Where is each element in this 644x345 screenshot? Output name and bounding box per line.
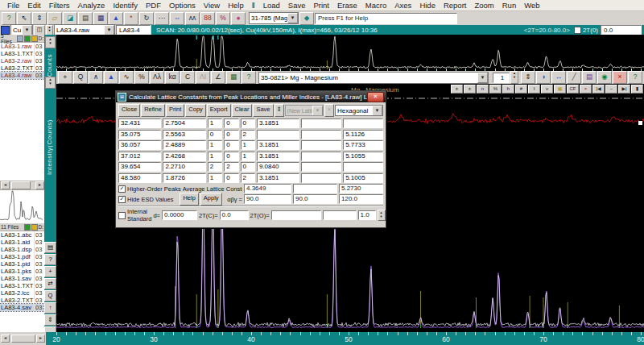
menu-report[interactable]: Report (440, 1, 471, 10)
file-list-item[interactable]: LA83-2.TXT03 (0, 64, 44, 72)
print-button[interactable]: Print (166, 104, 184, 117)
d-field[interactable]: 0.0000 (162, 210, 197, 220)
file-list-item[interactable]: LA83-2.TXT03 (0, 297, 43, 304)
beta-field[interactable]: 90.0 (293, 194, 337, 204)
copy-button[interactable]: Copy (185, 104, 206, 117)
file-list-item[interactable]: LA83-1.sav03 (0, 275, 43, 282)
a-const-cell[interactable]: 3.1851 (257, 140, 299, 150)
index-spinner[interactable]: ▲▼ (510, 71, 518, 84)
peaks-icon[interactable]: ▲ (109, 12, 123, 25)
l-cell[interactable]: 0 (241, 162, 255, 172)
peak-option-sym8-button[interactable]: ▦ (554, 85, 566, 94)
menu-file[interactable]: File (3, 1, 23, 10)
two-theta-cell[interactable]: 39.654 (118, 162, 161, 172)
close-red-icon[interactable]: × (613, 71, 627, 84)
menu-help[interactable]: Help (224, 1, 248, 10)
menu-web[interactable]: Web (520, 1, 543, 10)
d-spacing-cell[interactable]: 2.7504 (163, 118, 205, 128)
d-spacing-cell[interactable]: 1.8726 (163, 173, 205, 183)
lattice-record-combobox[interactable]: (New Lattice Calcula ▼ (285, 105, 324, 116)
grayed-peak-icon[interactable]: ΛI (196, 71, 210, 84)
h-cell[interactable]: 1 (208, 140, 222, 150)
peak-option-I-button[interactable]: I (528, 85, 540, 94)
delete-record-icon[interactable]: × (324, 104, 334, 117)
file-list-item[interactable]: LA83-1.dsp03 (0, 246, 43, 253)
gamma-field[interactable]: 120.0 (339, 194, 383, 204)
track-cursor-icon[interactable]: ⌖ (58, 71, 72, 84)
h-cell[interactable]: 1 (208, 152, 222, 161)
bottom-file-list-header[interactable]: 11 Files D: (0, 223, 44, 231)
image-icon[interactable]: ▦ (93, 12, 108, 25)
c-const-cell[interactable]: 5.7733 (343, 140, 383, 150)
menu-options[interactable]: Options (165, 1, 200, 10)
peak-option-sym1-button[interactable]: ± (464, 85, 476, 94)
zoom-strip-icon[interactable]: Q (44, 290, 56, 301)
k-cell[interactable]: 0 (224, 173, 238, 183)
h-cell[interactable]: 0 (208, 130, 222, 139)
c-const-cell[interactable]: 5.1055 (343, 152, 383, 161)
b-const-cell[interactable] (301, 118, 341, 128)
peaks-blue-icon[interactable]: ▲ (104, 71, 118, 84)
b-const-cell[interactable] (301, 173, 341, 183)
help-strip-icon[interactable]: ? (44, 254, 56, 265)
overview-spinner[interactable]: ▲▼ (45, 36, 56, 48)
help-button[interactable]: Help (180, 193, 198, 206)
thumbnail-view-icon[interactable] (17, 35, 23, 42)
lambda-icon[interactable]: Λλ (150, 71, 164, 84)
internal-standard-checkbox[interactable] (118, 212, 126, 219)
file-list-item[interactable]: LA83-1.pdf03 (0, 253, 43, 260)
d-spacing-cell[interactable]: 2.4889 (163, 140, 205, 150)
a-const-cell[interactable]: 3.1851 (257, 152, 299, 161)
two-theta-cell[interactable]: 48.580 (118, 173, 161, 183)
pointer-icon[interactable]: ⇖ (17, 12, 31, 25)
row-spinner-icon[interactable]: ⇕ (275, 104, 284, 117)
menu-identify[interactable]: Identify (109, 1, 142, 10)
sort-updown-icon[interactable]: ⇕ (32, 12, 47, 25)
zoom-icon[interactable]: Q (73, 71, 88, 84)
menu-macro[interactable]: Macro (361, 1, 390, 10)
menu-view[interactable]: View (200, 1, 224, 10)
l-cell[interactable]: 0 (241, 118, 255, 128)
c-const-cell[interactable]: 5.1126 (343, 130, 383, 139)
folder-icon[interactable] (31, 224, 38, 231)
two-theta-o-field[interactable] (271, 210, 321, 220)
h-cell[interactable]: 1 (208, 173, 222, 183)
file-list-item[interactable]: LA83-1.aid03 (0, 239, 43, 246)
scroll-right-icon[interactable]: ► (36, 335, 45, 343)
k-cell[interactable]: 0 (224, 152, 238, 161)
k-cell[interactable]: 0 (224, 130, 238, 139)
hide-esd-checkbox[interactable]: ✓ (118, 196, 126, 203)
dialog-titlebar[interactable]: ⊞ Calculate Lattice Constants from Peak … (116, 91, 386, 102)
peak-option-n-button[interactable]: n (477, 85, 489, 94)
overview-spectrum-panel[interactable] (56, 35, 644, 71)
l-cell[interactable]: 2 (241, 173, 255, 183)
date-column-header[interactable]: D: (39, 35, 44, 41)
d-spacing-cell[interactable]: 2.5563 (163, 130, 205, 139)
help2-green-icon[interactable]: ? (628, 71, 642, 84)
close-icon[interactable]: ✕ (367, 92, 384, 102)
display-mode-icon[interactable]: ◫ (34, 25, 45, 35)
b-const-cell[interactable] (301, 140, 341, 150)
menu-analyze[interactable]: Analyze (74, 1, 109, 10)
menu-hide[interactable]: Hide (415, 1, 440, 10)
avg-c-field[interactable]: 5.2730 (339, 184, 383, 193)
scale-spinner[interactable]: ▲▼ (46, 25, 53, 35)
overlay-index-field[interactable]: 1 (493, 73, 510, 83)
chevron-down-icon[interactable]: ▼ (477, 73, 488, 83)
file-list-item[interactable]: LA83-1.TXT03 (0, 282, 43, 289)
peak-option-sym14-button[interactable]: ▮ (631, 85, 643, 94)
kalpha2-icon[interactable]: kα (165, 71, 180, 84)
check-icon[interactable] (24, 35, 31, 42)
two-theta-cell[interactable]: 32.431 (118, 118, 161, 128)
a-const-cell[interactable] (257, 130, 299, 139)
menu-edit[interactable]: Edit (23, 1, 44, 10)
export-button[interactable]: Export (207, 104, 231, 117)
bg-strip-icon[interactable]: 88 (200, 12, 215, 25)
chevron-down-icon[interactable]: ▼ (287, 13, 298, 23)
file-list-item[interactable]: LA83-4.sav03 (0, 304, 43, 311)
peak-option-CF-button[interactable]: CF (567, 85, 579, 94)
l-cell[interactable]: 1 (241, 152, 255, 161)
avg-b-field[interactable] (293, 184, 337, 193)
centroid-icon[interactable]: C (180, 71, 195, 84)
file-list-item[interactable]: LA83-1.abc03 (0, 231, 43, 239)
